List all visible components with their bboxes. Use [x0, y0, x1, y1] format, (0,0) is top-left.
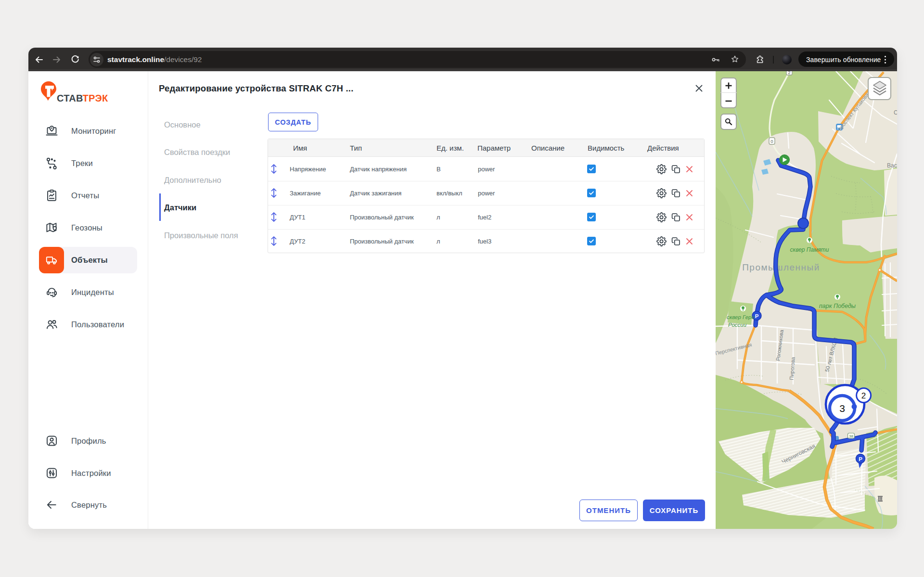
svg-text:сквер Памяти: сквер Памяти — [790, 246, 829, 253]
svg-text:С: С — [894, 109, 897, 116]
svg-text:0: 0 — [770, 139, 773, 144]
svg-text:P: P — [755, 313, 759, 319]
svg-text:СТАВ: СТАВ — [57, 93, 83, 103]
svg-text:Вас: Вас — [887, 162, 897, 169]
svg-text:2: 2 — [861, 391, 866, 400]
svg-text:3: 3 — [839, 403, 845, 414]
svg-text:Промышленный: Промышленный — [742, 262, 820, 272]
svg-text:парк Победы: парк Победы — [819, 303, 856, 309]
svg-text:2: 2 — [788, 71, 790, 75]
svg-text:P: P — [859, 456, 862, 462]
svg-text:России: России — [728, 322, 747, 328]
svg-text:38: 38 — [849, 434, 853, 438]
svg-text:ТРЭК: ТРЭК — [83, 93, 108, 103]
svg-text:сквер Геро: сквер Геро — [727, 314, 755, 320]
